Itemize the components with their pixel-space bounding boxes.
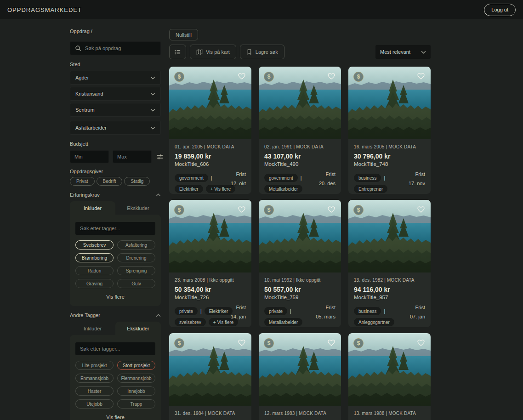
search-input[interactable] [70,41,161,55]
save-search-button[interactable]: Lagre søk [240,45,284,59]
tag-flermannsjobb[interactable]: Flermannsjobb [117,374,155,383]
show-more-tags-andre-tagger[interactable]: Vis flere [75,414,155,420]
tag-lite-prosjekt[interactable]: Lite prosjekt [75,361,114,370]
tab-andre-tagger-ekskluder[interactable]: Ekskluder [115,322,161,335]
select-agder[interactable]: Agder [70,71,161,85]
tag-graving[interactable]: Graving [75,279,114,288]
budget-min-field[interactable] [70,150,109,163]
dollar-badge-icon: $ [353,205,364,215]
select-sentrum[interactable]: Sentrum [70,103,161,117]
logout-button[interactable]: Logg ut [484,4,516,16]
card-tag: government [264,174,298,182]
tag-radon[interactable]: Radon [75,266,114,275]
tab-andre-tagger-inkluder[interactable]: Inkluder [70,322,115,335]
job-card[interactable]: $12. mars 1983 | MOCK DATA41 145,00 kr [259,333,341,420]
topbar: OPPDRAGSMARKEDET Logg ut [0,0,523,19]
job-card[interactable]: $01. apr. 2005 | MOCK DATA19 859,00 krMo… [169,67,251,194]
card-meta: 13. mars 1988 | MOCK DATA [354,411,425,416]
favorite-icon[interactable] [327,205,336,213]
oppdragsgiver-label: Oppdragsgiver [70,169,161,174]
section-header-andre-tagger[interactable]: Andre Tagger [70,312,161,318]
favorite-icon[interactable] [327,72,336,80]
favorite-icon[interactable] [327,338,336,346]
job-card[interactable]: $02. jan. 1991 | MOCK DATA43 107,00 krMo… [259,67,341,194]
dollar-badge-icon: $ [264,72,274,82]
budget-max-field[interactable] [113,150,152,163]
card-price: 50 557,00 kr [264,286,335,293]
card-tags: private|Metallarbeider [264,307,320,326]
tag-innejobb[interactable]: Innejobb [117,386,155,396]
select-asfaltarbeider[interactable]: Asfaltarbeider [70,121,161,135]
card-tag-row: Metallarbeider [264,185,320,193]
card-body: 01. apr. 2005 | MOCK DATA19 859,00 krMoc… [169,139,251,194]
tag-sveisebrev[interactable]: Sveisebrev [75,240,114,250]
tag-search-input-erfaringskrav[interactable] [75,222,155,235]
tag-search-input-andre-tagger[interactable] [75,342,155,355]
favorite-icon[interactable] [237,205,246,213]
favorite-icon[interactable] [416,205,426,213]
job-card[interactable]: $13. des. 1982 | MOCK DATA94 116,00 krMo… [348,200,431,327]
chevron-down-icon [150,126,155,130]
sted-selects: AgderKristiansandSentrumAsfaltarbeider [70,71,161,135]
job-card-grid: $01. apr. 2005 | MOCK DATA19 859,00 krMo… [169,67,431,420]
tabs-erfaringskrav: InkluderEkskluder [70,201,161,215]
tag-drenering[interactable]: Drenering [117,253,155,262]
card-tag: private [264,307,287,315]
card-tag-row: Metallarbeider [264,318,320,326]
tag-brønnboring[interactable]: Brønnboring [75,253,114,262]
chevron-down-icon [150,108,155,112]
card-title: MockTitle_606 [175,161,246,167]
card-tag: Elektriker [205,307,233,315]
deadline: Frist12. okt [231,170,246,188]
client-type-privat[interactable]: Privat [70,177,95,186]
tag-haster[interactable]: Haster [75,386,114,396]
job-card[interactable]: $13. mars 1988 | MOCK DATA39 616,00 kr [348,333,431,420]
tag-sprenging[interactable]: Sprenging [117,266,155,275]
client-type-bedrift[interactable]: Bedrift [97,177,123,186]
deadline-date: 05. mars [316,312,335,322]
deadline-date: 20. des [319,179,335,188]
tag-separator: | [301,176,302,181]
favorite-icon[interactable] [237,72,246,80]
card-title: MockTitle_490 [264,161,335,167]
list-view-button[interactable] [169,45,186,59]
card-meta: 10. mai 1992 | Ikke oppgitt [264,278,335,283]
select-kristiansand[interactable]: Kristiansand [70,87,161,101]
tag-stort-prosjekt[interactable]: Stort prosjekt [117,361,155,370]
favorite-icon[interactable] [416,72,426,80]
job-card[interactable]: $31. des. 1984 | MOCK DATA21 078,00 kr [169,333,251,420]
tab-erfaringskrav-inkluder[interactable]: Inkluder [70,201,115,215]
reset-button[interactable]: Nullstill [169,29,198,40]
sliders-icon[interactable] [156,153,164,160]
budsjett-label: Budsjett [70,141,161,147]
show-more-tags-erfaringskrav[interactable]: Vis flere [75,294,155,300]
card-image: $ [348,333,431,406]
job-card[interactable]: $16. mars 2005 | MOCK DATA30 796,00 krMo… [348,67,431,194]
sort-select[interactable]: Mest relevant [375,45,431,59]
job-card[interactable]: $10. mai 1992 | Ikke oppgitt50 557,00 kr… [259,200,341,327]
tag-utejobb[interactable]: Utejobb [75,399,114,409]
tag-asfaltering[interactable]: Asfaltering [117,240,155,250]
breadcrumb[interactable]: Oppdrag / [70,28,161,34]
client-type-statlig[interactable]: Statlig [124,177,150,186]
job-card[interactable]: $23. mars 2008 | Ikke oppgitt50 354,00 k… [169,200,251,327]
section-header-erfaringskrav[interactable]: Erfaringskrav [70,192,161,198]
app-title: OPPDRAGSMARKEDET [7,6,82,13]
card-tag-row: private|Elektriker [175,307,231,315]
tag-enmannsjobb[interactable]: Enmannsjobb [75,374,114,383]
card-tag: Metallarbeider [264,185,302,193]
tag-trapp[interactable]: Trapp [117,399,155,409]
deadline-label: Frist [231,170,246,179]
favorite-icon[interactable] [416,338,426,346]
deadline: Frist05. mars [316,303,335,322]
sort-value: Mest relevant [380,49,410,55]
show-on-map-button[interactable]: Vis på kart [190,45,236,59]
results-area: Nullstill Vis på kart Lagre søk Mest rel… [169,29,431,420]
deadline-date: 17. nov [409,179,425,188]
section-label-andre-tagger: Andre Tagger [70,312,100,318]
tab-erfaringskrav-ekskluder[interactable]: Ekskluder [115,201,161,215]
tag-gulv[interactable]: Gulv [117,279,155,288]
search-icon [75,45,81,51]
deadline-date: 14. jan [231,312,246,322]
favorite-icon[interactable] [237,338,246,346]
